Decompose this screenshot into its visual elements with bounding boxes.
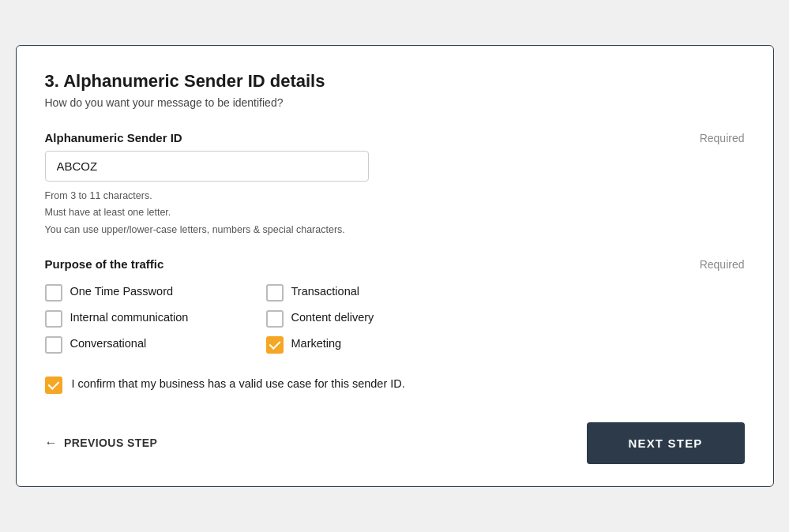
- step-title: 3. Alphanumeric Sender ID details: [45, 71, 745, 92]
- sender-id-label: Alphanumeric Sender ID: [45, 131, 182, 144]
- hint-line3: You can use upper/lower-case letters, nu…: [45, 224, 345, 235]
- next-label: NEXT STEP: [628, 436, 702, 450]
- checkbox-marketing[interactable]: Marketing: [266, 335, 456, 354]
- checkbox-transactional[interactable]: Transactional: [266, 283, 456, 302]
- sender-id-input[interactable]: [45, 151, 369, 182]
- sender-id-field-row: Alphanumeric Sender ID Required: [45, 131, 745, 144]
- previous-step-button[interactable]: ← PREVIOUS STEP: [45, 436, 158, 450]
- section-divider: Purpose of the traffic Required: [45, 257, 745, 271]
- checkbox-conversational-box[interactable]: [45, 336, 62, 354]
- traffic-required: Required: [700, 258, 745, 271]
- checkbox-internal-label: Internal communication: [70, 309, 189, 325]
- checkbox-transactional-box[interactable]: [266, 284, 284, 302]
- checkbox-content-box[interactable]: [266, 310, 284, 328]
- checkbox-transactional-label: Transactional: [291, 283, 360, 299]
- prev-label: PREVIOUS STEP: [64, 436, 157, 449]
- checkbox-conversational-label: Conversational: [70, 335, 147, 351]
- checkbox-content-label: Content delivery: [291, 309, 374, 325]
- step-subtitle: How do you want your message to be ident…: [45, 96, 745, 109]
- traffic-label: Purpose of the traffic: [45, 257, 164, 271]
- page-container: 3. Alphanumeric Sender ID details How do…: [0, 0, 789, 532]
- traffic-label-row: Purpose of the traffic Required: [45, 257, 745, 271]
- form-card: 3. Alphanumeric Sender ID details How do…: [16, 45, 774, 487]
- checkbox-content[interactable]: Content delivery: [266, 309, 456, 328]
- confirm-checkbox[interactable]: [45, 377, 62, 394]
- hint-line1: From 3 to 11 characters.: [45, 190, 152, 201]
- checkbox-internal[interactable]: Internal communication: [45, 309, 235, 328]
- checkbox-marketing-box[interactable]: [266, 336, 284, 354]
- checkbox-otp[interactable]: One Time Password: [45, 283, 235, 302]
- traffic-checkboxes-grid: One Time Password Transactional Internal…: [45, 283, 456, 354]
- back-arrow-icon: ←: [45, 436, 58, 450]
- confirm-section[interactable]: I confirm that my business has a valid u…: [45, 376, 456, 394]
- next-step-button[interactable]: NEXT STEP: [587, 422, 745, 464]
- sender-id-required: Required: [700, 132, 745, 144]
- sender-id-hints: From 3 to 11 characters. Must have at le…: [45, 188, 745, 238]
- checkbox-internal-box[interactable]: [45, 310, 62, 328]
- hint-line2: Must have at least one letter.: [45, 207, 171, 218]
- checkbox-otp-box[interactable]: [45, 284, 62, 302]
- checkbox-conversational[interactable]: Conversational: [45, 335, 235, 354]
- confirm-label: I confirm that my business has a valid u…: [72, 376, 405, 393]
- checkbox-otp-label: One Time Password: [70, 283, 174, 299]
- checkbox-marketing-label: Marketing: [291, 335, 342, 351]
- footer: ← PREVIOUS STEP NEXT STEP: [45, 422, 745, 464]
